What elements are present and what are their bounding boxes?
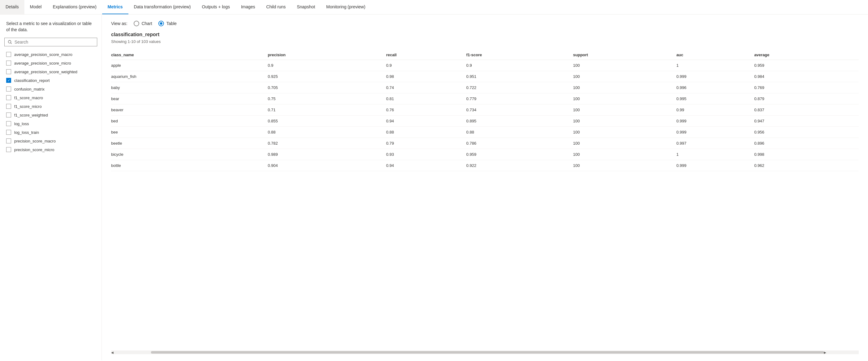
metric-label-log_loss_train: log_loss_train: [14, 130, 39, 135]
cell-f1-score-baby: 0.722: [466, 82, 573, 93]
metric-item-confusion_matrix[interactable]: confusion_matrix: [0, 85, 101, 93]
col-header-average: average: [754, 50, 859, 60]
table-radio-option[interactable]: Table: [158, 21, 177, 26]
tab-outputs-logs[interactable]: Outputs + logs: [196, 0, 236, 14]
tab-details[interactable]: Details: [0, 0, 24, 14]
tab-monitoring[interactable]: Monitoring (preview): [321, 0, 371, 14]
cell-precision-bee: 0.88: [268, 127, 386, 138]
cell-average-bicycle: 0.998: [754, 149, 859, 160]
metric-item-precision_score_macro[interactable]: precision_score_macro: [0, 137, 101, 145]
cell-f1-score-bee: 0.88: [466, 127, 573, 138]
metric-item-avg_precision_micro[interactable]: average_precision_score_micro: [0, 59, 101, 67]
cell-precision-bed: 0.855: [268, 116, 386, 127]
cell-average-bear: 0.879: [754, 93, 859, 105]
cell-recall-beetle: 0.79: [386, 138, 466, 149]
metric-item-f1_score_macro[interactable]: f1_score_macro: [0, 93, 101, 102]
col-header-support: support: [573, 50, 677, 60]
chart-radio-option[interactable]: Chart: [134, 21, 152, 26]
metric-item-f1_score_weighted[interactable]: f1_score_weighted: [0, 111, 101, 119]
search-input[interactable]: [14, 39, 94, 45]
metric-item-log_loss[interactable]: log_loss: [0, 119, 101, 128]
metric-checkbox-classification_report[interactable]: [6, 78, 11, 83]
table-radio-button[interactable]: [158, 21, 164, 26]
cell-average-bottle: 0.962: [754, 160, 859, 171]
cell-support-bicycle: 100: [573, 149, 677, 160]
metric-label-f1_score_micro: f1_score_micro: [14, 104, 42, 109]
table-header: class_nameprecisionrecallf1-scoresupport…: [111, 50, 859, 60]
table-row: beetle0.7820.790.7861000.9970.896: [111, 138, 859, 149]
table-row: aquarium_fish0.9250.980.9511000.9990.984: [111, 71, 859, 82]
cell-average-bed: 0.947: [754, 116, 859, 127]
metric-item-log_loss_train[interactable]: log_loss_train: [0, 128, 101, 137]
search-box[interactable]: [4, 38, 97, 46]
report-subtitle: Showing 1-10 of 103 values: [111, 39, 859, 44]
col-header-class-name: class_name: [111, 50, 268, 60]
metric-checkbox-f1_score_macro[interactable]: [6, 95, 11, 100]
tab-images[interactable]: Images: [236, 0, 261, 14]
table-row: bee0.880.880.881000.9990.956: [111, 127, 859, 138]
table-row: bicycle0.9890.930.95910010.998: [111, 149, 859, 160]
cell-auc-bed: 0.999: [676, 116, 754, 127]
cell-f1-score-aquarium_fish: 0.951: [466, 71, 573, 82]
cell-precision-bear: 0.75: [268, 93, 386, 105]
metric-item-precision_score_micro[interactable]: precision_score_micro: [0, 145, 101, 154]
cell-f1-score-beetle: 0.786: [466, 138, 573, 149]
metric-checkbox-f1_score_micro[interactable]: [6, 104, 11, 109]
cell-recall-bed: 0.94: [386, 116, 466, 127]
tab-snapshot[interactable]: Snapshot: [291, 0, 321, 14]
cell-recall-bottle: 0.94: [386, 160, 466, 171]
metric-item-avg_precision_weighted[interactable]: average_precision_score_weighted: [0, 67, 101, 76]
cell-recall-bear: 0.81: [386, 93, 466, 105]
tab-data-transformation[interactable]: Data transformation (preview): [128, 0, 196, 14]
cell-class-name-aquarium_fish: aquarium_fish: [111, 71, 268, 82]
cell-recall-apple: 0.9: [386, 60, 466, 71]
metric-item-avg_precision_macro[interactable]: average_precision_score_macro: [0, 50, 101, 59]
metrics-list: average_precision_score_macroaverage_pre…: [0, 50, 101, 360]
cell-auc-beetle: 0.997: [676, 138, 754, 149]
sidebar-description: Select a metric to see a visualization o…: [0, 21, 101, 38]
metric-checkbox-confusion_matrix[interactable]: [6, 87, 11, 91]
cell-recall-beaver: 0.76: [386, 105, 466, 116]
metric-checkbox-log_loss_train[interactable]: [6, 130, 11, 135]
cell-recall-aquarium_fish: 0.98: [386, 71, 466, 82]
metric-checkbox-avg_precision_micro[interactable]: [6, 61, 11, 65]
cell-support-bee: 100: [573, 127, 677, 138]
cell-precision-beaver: 0.71: [268, 105, 386, 116]
tab-explanations[interactable]: Explanations (preview): [47, 0, 102, 14]
metric-checkbox-avg_precision_weighted[interactable]: [6, 69, 11, 74]
metric-label-f1_score_macro: f1_score_macro: [14, 95, 43, 100]
table-label: Table: [166, 21, 177, 26]
metric-label-precision_score_macro: precision_score_macro: [14, 139, 56, 143]
cell-average-apple: 0.959: [754, 60, 859, 71]
chart-radio-button[interactable]: [134, 21, 139, 26]
cell-class-name-bicycle: bicycle: [111, 149, 268, 160]
scrollbar-track[interactable]: [151, 351, 824, 354]
cell-auc-beaver: 0.99: [676, 105, 754, 116]
metric-label-avg_precision_micro: average_precision_score_micro: [14, 61, 71, 65]
metric-label-avg_precision_weighted: average_precision_score_weighted: [14, 70, 78, 74]
report-title: classification_report: [111, 32, 859, 37]
metric-checkbox-f1_score_weighted[interactable]: [6, 112, 11, 117]
scroll-right-arrow[interactable]: ▶: [824, 351, 826, 354]
metric-item-classification_report[interactable]: classification_report: [0, 76, 101, 85]
metric-item-f1_score_micro[interactable]: f1_score_micro: [0, 102, 101, 111]
metric-checkbox-log_loss[interactable]: [6, 121, 11, 126]
tab-child-runs[interactable]: Child runs: [261, 0, 291, 14]
metric-checkbox-precision_score_macro[interactable]: [6, 138, 11, 143]
table-row: apple0.90.90.910010.959: [111, 60, 859, 71]
cell-support-baby: 100: [573, 82, 677, 93]
horizontal-scrollbar[interactable]: ◀ ▶: [111, 351, 859, 354]
col-header-precision: precision: [268, 50, 386, 60]
cell-auc-bear: 0.995: [676, 93, 754, 105]
data-table-wrapper[interactable]: class_nameprecisionrecallf1-scoresupport…: [111, 50, 859, 349]
table-row: beaver0.710.760.7341000.990.837: [111, 105, 859, 116]
cell-support-bear: 100: [573, 93, 677, 105]
scroll-left-arrow[interactable]: ◀: [111, 351, 114, 354]
metric-checkbox-precision_score_micro[interactable]: [6, 147, 11, 152]
cell-auc-bottle: 0.999: [676, 160, 754, 171]
tab-model[interactable]: Model: [24, 0, 47, 14]
metric-checkbox-avg_precision_macro[interactable]: [6, 52, 11, 57]
tab-metrics[interactable]: Metrics: [102, 0, 128, 14]
cell-recall-bee: 0.88: [386, 127, 466, 138]
cell-support-bottle: 100: [573, 160, 677, 171]
